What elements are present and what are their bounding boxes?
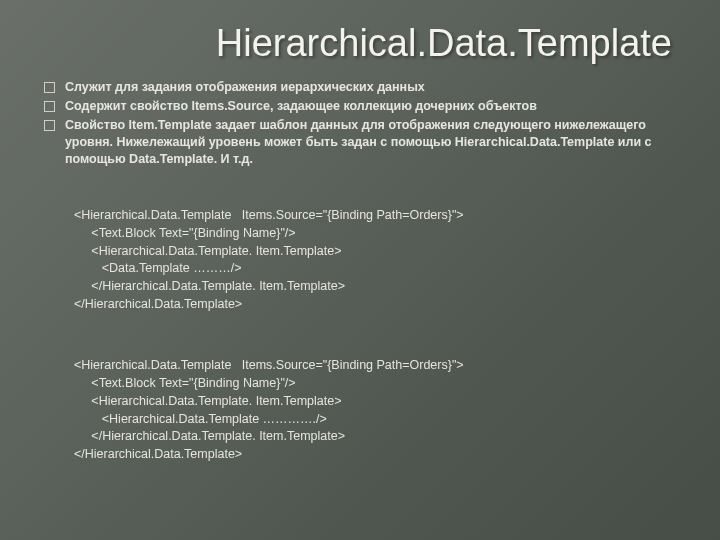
code-line: <Hierarchical.Data.Template. Item.Templa… [74,244,341,258]
bullet-box-icon [44,82,55,93]
bullet-box-icon [44,101,55,112]
code-line: <Hierarchical.Data.Template …………./> [74,412,327,426]
code-line: <Hierarchical.Data.Template Items.Source… [74,358,464,372]
code-line: <Text.Block Text="{Binding Name}"/> [74,226,296,240]
code-block-1: <Hierarchical.Data.Template Items.Source… [74,189,676,313]
bullet-list: Служит для задания отображения иерархиче… [0,75,720,175]
bullet-text: Служит для задания отображения иерархиче… [65,79,680,96]
bullet-item: Свойство Item.Template задает шаблон дан… [44,117,680,168]
bullet-box-icon [44,120,55,131]
bullet-item: Служит для задания отображения иерархиче… [44,79,680,96]
bullet-item: Содержит свойство Items.Source, задающее… [44,98,680,115]
bullet-text: Свойство Item.Template задает шаблон дан… [65,117,680,168]
bullet-text: Содержит свойство Items.Source, задающее… [65,98,680,115]
code-line: </Hierarchical.Data.Template. Item.Templ… [74,279,345,293]
code-line: </Hierarchical.Data.Template. Item.Templ… [74,429,345,443]
code-line: <Hierarchical.Data.Template. Item.Templa… [74,394,341,408]
code-block-2: <Hierarchical.Data.Template Items.Source… [74,340,676,464]
code-line: <Text.Block Text="{Binding Name}"/> [74,376,296,390]
code-line: </Hierarchical.Data.Template> [74,447,242,461]
slide-title: Hierarchical.Data.Template [0,0,720,75]
code-line: </Hierarchical.Data.Template> [74,297,242,311]
code-line: <Data.Template ………/> [74,261,241,275]
code-line: <Hierarchical.Data.Template Items.Source… [74,208,464,222]
